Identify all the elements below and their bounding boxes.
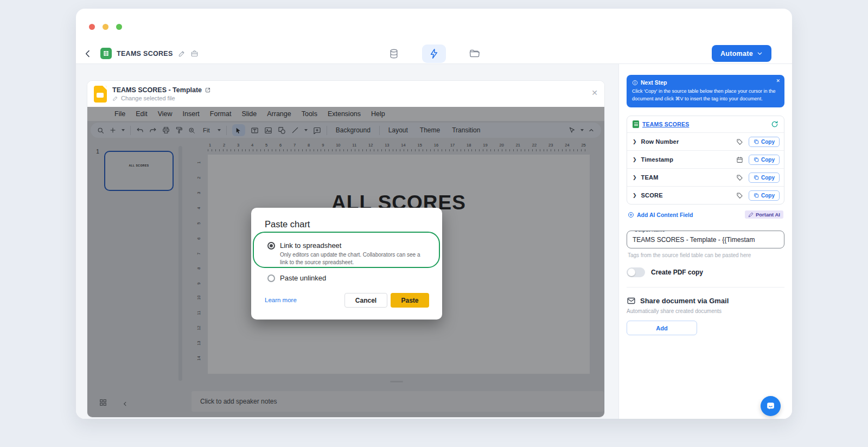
- circle-plus-icon: [628, 212, 634, 218]
- minimize-window-icon[interactable]: [103, 24, 108, 30]
- embed-header: TEAMS SCORES - Template Change selected …: [87, 81, 604, 107]
- folder-icon: [469, 48, 480, 59]
- external-link-icon[interactable]: [205, 87, 211, 93]
- next-step-banner: Next Step ✕ Click 'Copy' in the source t…: [627, 75, 784, 107]
- app-window: TEAMS SCORES Automate: [76, 9, 792, 419]
- create-pdf-toggle[interactable]: [627, 267, 645, 277]
- dialog-title: Paste chart: [265, 219, 310, 229]
- dismiss-banner-icon[interactable]: ✕: [776, 78, 780, 84]
- refresh-source-icon[interactable]: [771, 120, 778, 128]
- source-fields-table: TEAMS SCORES ❯ Row Number Copy: [627, 116, 784, 205]
- edit-title-icon[interactable]: [178, 50, 186, 58]
- automate-button[interactable]: Automate: [712, 45, 771, 62]
- copy-icon: [754, 193, 759, 198]
- next-step-title: Next Step: [641, 79, 667, 86]
- close-embed-icon[interactable]: ✕: [591, 88, 598, 97]
- right-sidebar: Next Step ✕ Click 'Copy' in the source t…: [618, 64, 792, 419]
- maximize-window-icon[interactable]: [116, 24, 122, 30]
- add-ai-label: Add AI Content Field: [637, 212, 693, 218]
- pencil-icon: [112, 95, 118, 101]
- output-name-helper: Tags from the source field table can be …: [628, 252, 784, 258]
- source-data-tab[interactable]: [382, 44, 406, 63]
- tag-icon: [736, 174, 743, 181]
- pen-icon: [748, 212, 754, 218]
- paste-button[interactable]: Paste: [391, 293, 429, 308]
- share-gmail-title: Share document via Gmail: [640, 297, 729, 305]
- tag-icon: [736, 138, 743, 145]
- copy-tag-button[interactable]: Copy: [749, 190, 780, 201]
- link-to-spreadsheet-radio[interactable]: [267, 242, 275, 250]
- window-controls: [89, 24, 122, 30]
- copy-icon: [754, 157, 759, 162]
- field-label: TEAM: [641, 174, 659, 181]
- copy-label: Copy: [761, 139, 775, 145]
- portant-ai-label: Portant AI: [756, 212, 780, 218]
- output-name-label: Output Name: [632, 231, 667, 233]
- copy-icon: [754, 175, 759, 180]
- field-label: Timestamp: [641, 156, 674, 163]
- copy-tag-button[interactable]: Copy: [749, 137, 780, 147]
- expand-field-icon[interactable]: ❯: [633, 139, 637, 144]
- back-button[interactable]: [84, 48, 95, 60]
- field-row-score: ❯ SCORE Copy: [627, 186, 784, 204]
- slides-editor: FileEditViewInsertFormatSlideArrangeTool…: [87, 107, 604, 418]
- unlinked-option-label[interactable]: Paste unlinked: [280, 274, 326, 282]
- automate-button-label: Automate: [720, 50, 753, 58]
- expand-field-icon[interactable]: ❯: [633, 175, 637, 180]
- template-briefcase-icon[interactable]: [190, 49, 199, 58]
- copy-label: Copy: [761, 193, 775, 199]
- chevron-down-icon: [757, 50, 763, 56]
- lightning-icon: [429, 48, 439, 59]
- paste-chart-dialog: Paste chart Link to spreadsheet Only edi…: [251, 208, 442, 320]
- link-option-label[interactable]: Link to spreadsheet: [280, 241, 341, 250]
- cancel-button[interactable]: Cancel: [344, 293, 387, 308]
- next-step-instructions: Click 'Copy' in the source table below t…: [632, 88, 779, 103]
- chat-bubble-icon: [765, 401, 776, 411]
- chat-support-button[interactable]: [761, 396, 781, 416]
- link-option-description: Only editors can update the chart. Colla…: [280, 251, 422, 266]
- main-content: TEAMS SCORES - Template Change selected …: [76, 64, 792, 419]
- output-folder-tab[interactable]: [462, 44, 486, 63]
- envelope-icon: [627, 296, 636, 305]
- copy-label: Copy: [761, 157, 775, 163]
- field-label: SCORE: [641, 192, 663, 199]
- field-row-row-number: ❯ Row Number Copy: [627, 132, 784, 150]
- top-bar: TEAMS SCORES Automate: [76, 43, 792, 64]
- create-pdf-label: Create PDF copy: [651, 269, 703, 276]
- template-file-title: TEAMS SCORES - Template: [112, 86, 202, 94]
- copy-icon: [754, 139, 759, 144]
- field-row-team: ❯ TEAM Copy: [627, 168, 784, 186]
- expand-field-icon[interactable]: ❯: [633, 157, 637, 162]
- output-name-field: Output Name: [627, 231, 784, 248]
- field-row-timestamp: ❯ Timestamp Copy: [627, 150, 784, 168]
- field-label: Row Number: [641, 138, 679, 145]
- output-name-input[interactable]: [627, 236, 784, 244]
- copy-tag-button[interactable]: Copy: [749, 155, 780, 165]
- info-icon: [632, 80, 638, 86]
- google-slides-file-icon: [94, 86, 107, 103]
- workflow-title: TEAMS SCORES: [117, 50, 173, 58]
- source-spreadsheet-link[interactable]: TEAMS SCORES: [642, 121, 689, 127]
- spreadsheet-icon: [100, 48, 112, 59]
- change-selected-file-link[interactable]: Change selected file: [121, 95, 175, 101]
- share-gmail-subtitle: Automatically share created documents: [627, 308, 784, 314]
- tag-icon: [736, 192, 743, 199]
- learn-more-link[interactable]: Learn more: [265, 297, 297, 303]
- automation-tab[interactable]: [422, 44, 446, 63]
- portant-ai-badge: Portant AI: [745, 210, 783, 219]
- close-window-icon[interactable]: [89, 24, 95, 30]
- add-ai-content-field-button[interactable]: Add AI Content Field: [628, 212, 693, 218]
- expand-field-icon[interactable]: ❯: [633, 193, 637, 198]
- add-gmail-share-button[interactable]: Add: [627, 321, 697, 335]
- copy-tag-button[interactable]: Copy: [749, 173, 780, 183]
- slides-embed-card: TEAMS SCORES - Template Change selected …: [87, 80, 605, 418]
- database-icon: [388, 48, 399, 59]
- copy-label: Copy: [761, 175, 775, 181]
- calendar-icon: [736, 156, 743, 163]
- sheets-file-icon: [633, 120, 639, 128]
- paste-unlinked-radio[interactable]: [267, 274, 275, 282]
